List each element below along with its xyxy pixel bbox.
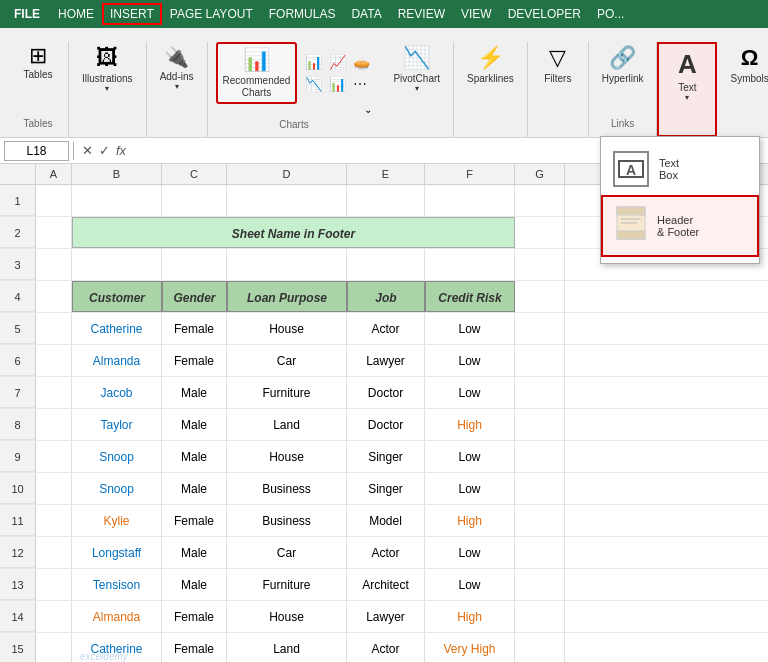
r15-risk[interactable]: Very High	[425, 633, 515, 662]
r8-customer[interactable]: Taylor	[72, 409, 162, 440]
r7-loan[interactable]: Furniture	[227, 377, 347, 408]
r13-job[interactable]: Architect	[347, 569, 425, 600]
ribbon-addins-btn[interactable]: 🔌 Add-ins ▾	[155, 42, 199, 94]
r11-loan[interactable]: Business	[227, 505, 347, 536]
r3-f[interactable]	[425, 249, 515, 280]
r13-gender[interactable]: Male	[162, 569, 227, 600]
r9-loan[interactable]: House	[227, 441, 347, 472]
r15-job[interactable]: Actor	[347, 633, 425, 662]
r15-gender[interactable]: Female	[162, 633, 227, 662]
r3-b[interactable]	[72, 249, 162, 280]
r5-g[interactable]	[515, 313, 565, 344]
charts-expand-icon[interactable]: ⌄	[364, 104, 372, 115]
r6-job[interactable]: Lawyer	[347, 345, 425, 376]
headerfooter-option[interactable]: Header & Footer	[601, 195, 759, 257]
r5-a[interactable]	[36, 313, 72, 344]
r3-e[interactable]	[347, 249, 425, 280]
menu-insert[interactable]: INSERT	[102, 3, 162, 25]
r2-g[interactable]	[515, 217, 565, 248]
r13-loan[interactable]: Furniture	[227, 569, 347, 600]
col-header-a[interactable]: A	[36, 164, 72, 184]
menu-view[interactable]: VIEW	[453, 3, 500, 25]
menu-developer[interactable]: DEVELOPER	[500, 3, 589, 25]
r11-risk[interactable]: High	[425, 505, 515, 536]
r1-d[interactable]	[227, 185, 347, 216]
r11-g[interactable]	[515, 505, 565, 536]
r13-risk[interactable]: Low	[425, 569, 515, 600]
r7-customer[interactable]: Jacob	[72, 377, 162, 408]
menu-review[interactable]: REVIEW	[390, 3, 453, 25]
r6-a[interactable]	[36, 345, 72, 376]
r4-a[interactable]	[36, 281, 72, 312]
r6-g[interactable]	[515, 345, 565, 376]
r14-gender[interactable]: Female	[162, 601, 227, 632]
r4-customer[interactable]: Customer	[72, 281, 162, 312]
r7-a[interactable]	[36, 377, 72, 408]
r13-a[interactable]	[36, 569, 72, 600]
cell-reference[interactable]	[4, 141, 69, 161]
col-header-e[interactable]: E	[347, 164, 425, 184]
r10-job[interactable]: Singer	[347, 473, 425, 504]
r1-f[interactable]	[425, 185, 515, 216]
scatter-chart-btn[interactable]: 📉	[303, 74, 324, 94]
menu-home[interactable]: HOME	[50, 3, 102, 25]
r4-g[interactable]	[515, 281, 565, 312]
symbols-btn[interactable]: Ω Symbols	[725, 42, 768, 87]
r12-risk[interactable]: Low	[425, 537, 515, 568]
filters-btn[interactable]: ▽ Filters	[536, 42, 580, 87]
r10-gender[interactable]: Male	[162, 473, 227, 504]
r11-gender[interactable]: Female	[162, 505, 227, 536]
r4-creditrisk[interactable]: Credit Risk	[425, 281, 515, 312]
r9-risk[interactable]: Low	[425, 441, 515, 472]
r2-a[interactable]	[36, 217, 72, 248]
sparklines-btn[interactable]: ⚡ Sparklines	[462, 42, 519, 87]
col-header-b[interactable]: B	[72, 164, 162, 184]
r14-g[interactable]	[515, 601, 565, 632]
pie-chart-btn[interactable]: 🥧	[351, 52, 372, 72]
line-chart-btn[interactable]: 📈	[327, 52, 348, 72]
col-header-d[interactable]: D	[227, 164, 347, 184]
r13-customer[interactable]: Tensison	[72, 569, 162, 600]
menu-more[interactable]: PO...	[589, 3, 632, 25]
r10-loan[interactable]: Business	[227, 473, 347, 504]
r1-e[interactable]	[347, 185, 425, 216]
menu-data[interactable]: DATA	[343, 3, 389, 25]
r14-loan[interactable]: House	[227, 601, 347, 632]
r3-c[interactable]	[162, 249, 227, 280]
r1-b[interactable]	[72, 185, 162, 216]
r6-gender[interactable]: Female	[162, 345, 227, 376]
r8-a[interactable]	[36, 409, 72, 440]
r1-g[interactable]	[515, 185, 565, 216]
r8-job[interactable]: Doctor	[347, 409, 425, 440]
bar-chart-btn[interactable]: 📊	[303, 52, 324, 72]
r5-job[interactable]: Actor	[347, 313, 425, 344]
r7-risk[interactable]: Low	[425, 377, 515, 408]
r1-a[interactable]	[36, 185, 72, 216]
r12-job[interactable]: Actor	[347, 537, 425, 568]
ribbon-tables-btn[interactable]: ⊞ Tables	[16, 42, 60, 83]
r8-risk[interactable]: High	[425, 409, 515, 440]
r13-g[interactable]	[515, 569, 565, 600]
r10-customer[interactable]: Snoop	[72, 473, 162, 504]
r15-g[interactable]	[515, 633, 565, 662]
r2-title[interactable]: Sheet Name in Footer	[72, 217, 515, 248]
r12-gender[interactable]: Male	[162, 537, 227, 568]
r12-g[interactable]	[515, 537, 565, 568]
r11-customer[interactable]: Kylie	[72, 505, 162, 536]
r5-risk[interactable]: Low	[425, 313, 515, 344]
col-header-f[interactable]: F	[425, 164, 515, 184]
r8-gender[interactable]: Male	[162, 409, 227, 440]
hyperlink-btn[interactable]: 🔗 Hyperlink	[597, 42, 649, 87]
confirm-icon[interactable]: ✓	[99, 143, 110, 158]
cancel-icon[interactable]: ✕	[82, 143, 93, 158]
r4-gender[interactable]: Gender	[162, 281, 227, 312]
ribbon-illustrations-btn[interactable]: 🖼 Illustrations ▾	[77, 42, 138, 96]
menu-pagelayout[interactable]: PAGE LAYOUT	[162, 3, 261, 25]
r6-customer[interactable]: Almanda	[72, 345, 162, 376]
col-header-g[interactable]: G	[515, 164, 565, 184]
r9-customer[interactable]: Snoop	[72, 441, 162, 472]
r4-loanpurpose[interactable]: Loan Purpose	[227, 281, 347, 312]
more-chart-btn[interactable]: ⋯	[351, 74, 369, 94]
r6-loan[interactable]: Car	[227, 345, 347, 376]
r10-a[interactable]	[36, 473, 72, 504]
